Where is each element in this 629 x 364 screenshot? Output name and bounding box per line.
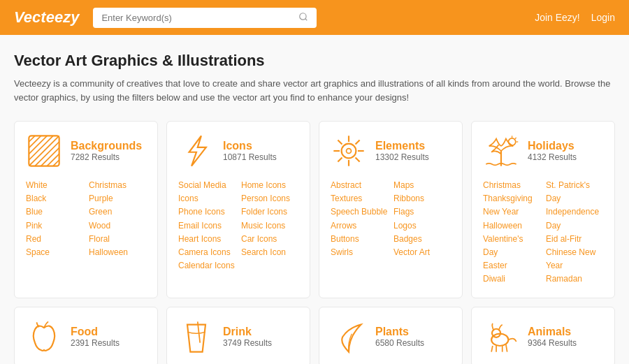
card-food: Food 2391 Results (14, 307, 158, 365)
holidays-col1: Christmas Thanksgiving New Year Hallowee… (483, 179, 540, 286)
card-plants: Plants 6580 Results (319, 307, 463, 365)
card-animals: Animals 9364 Results (471, 307, 615, 365)
bg-link-floral[interactable]: Floral (89, 234, 110, 244)
search-input[interactable] (101, 13, 294, 23)
card-icons: Icons 10871 Results Social Media Icons P… (166, 121, 310, 298)
el-link-vectorart[interactable]: Vector Art (393, 247, 430, 257)
bg-link-red[interactable]: Red (26, 234, 41, 244)
el-link-logos[interactable]: Logos (393, 221, 417, 231)
site-logo[interactable]: Vecteezy (14, 8, 79, 27)
plants-title: Plants (375, 326, 424, 338)
page-description: Vecteezy is a community of creatives tha… (14, 77, 615, 104)
card-elements: Elements 13302 Results Abstract Textures… (319, 121, 463, 298)
svg-line-3 (29, 136, 59, 166)
icon-link-heart[interactable]: Heart Icons (178, 234, 221, 244)
svg-point-13 (347, 149, 352, 154)
el-link-buttons[interactable]: Buttons (331, 234, 359, 244)
card-holidays: Holidays 4132 Results Christmas Thanksgi… (471, 121, 615, 298)
category-grid: Backgrounds 7282 Results White Black Blu… (14, 121, 615, 298)
animals-icon (483, 319, 519, 355)
hol-link-valentine[interactable]: Valentine's Day (483, 234, 523, 257)
el-link-swirls[interactable]: Swirls (331, 247, 353, 257)
icons-col2: Home Icons Person Icons Folder Icons Mus… (241, 179, 298, 272)
login-link[interactable]: Login (591, 12, 615, 23)
svg-line-4 (29, 136, 53, 160)
page-title: Vector Art Graphics & Illustrations (14, 52, 615, 70)
backgrounds-col1: White Black Blue Pink Red Space (26, 179, 83, 259)
icon-link-home[interactable]: Home Icons (241, 180, 286, 190)
hol-link-newyear[interactable]: New Year (483, 207, 519, 217)
bg-link-black[interactable]: Black (26, 194, 46, 203)
backgrounds-col2: Christmas Purple Green Wood Floral Hallo… (89, 179, 146, 259)
svg-point-23 (508, 138, 515, 145)
icon-link-person[interactable]: Person Icons (241, 194, 290, 203)
bottom-category-grid: Food 2391 Results Drink 3749 Results (14, 307, 615, 365)
svg-line-6 (29, 136, 41, 147)
bg-link-space[interactable]: Space (26, 247, 50, 257)
holidays-links: Christmas Thanksgiving New Year Hallowee… (483, 179, 603, 286)
el-link-abstract[interactable]: Abstract (331, 180, 361, 190)
icon-link-calendar[interactable]: Calendar Icons (178, 261, 235, 270)
el-link-maps[interactable]: Maps (393, 180, 414, 190)
icon-link-music[interactable]: Music Icons (241, 221, 285, 231)
elements-col2: Maps Ribbons Flags Logos Badges Vector A… (393, 179, 451, 259)
hol-link-easter[interactable]: Easter (483, 261, 507, 270)
el-link-ribbons[interactable]: Ribbons (393, 194, 424, 203)
hol-link-eid[interactable]: Eid al-Fitr (546, 234, 581, 244)
icon-link-search[interactable]: Search Icon (241, 247, 286, 257)
card-header-backgrounds: Backgrounds 7282 Results (26, 133, 146, 169)
icon-link-folder[interactable]: Folder Icons (241, 207, 287, 217)
icons-col1: Social Media Icons Phone Icons Email Ico… (178, 179, 236, 272)
elements-icon (331, 133, 367, 169)
hol-link-christmas[interactable]: Christmas (483, 180, 521, 190)
hol-link-thanksgiving[interactable]: Thanksgiving (483, 194, 533, 203)
backgrounds-title: Backgrounds (71, 140, 142, 152)
holidays-title: Holidays (528, 140, 577, 152)
card-drink: Drink 3749 Results (166, 307, 310, 365)
bg-link-christmas[interactable]: Christmas (89, 180, 126, 190)
icon-link-camera[interactable]: Camera Icons (178, 247, 231, 257)
header-links: Join Eezy! Login (535, 12, 615, 23)
svg-line-18 (338, 140, 342, 144)
el-link-flags[interactable]: Flags (393, 207, 414, 217)
join-link[interactable]: Join Eezy! (535, 12, 580, 23)
search-bar (93, 8, 317, 28)
svg-line-8 (35, 142, 59, 166)
hol-link-chineseny[interactable]: Chinese New Year (546, 247, 595, 270)
icons-title: Icons (223, 140, 277, 152)
elements-title: Elements (375, 140, 429, 152)
icon-link-email[interactable]: Email Icons (178, 221, 222, 231)
holidays-col2: St. Patrick's Day Independence Day Eid a… (546, 179, 603, 286)
card-backgrounds: Backgrounds 7282 Results White Black Blu… (14, 121, 158, 298)
icon-link-phone[interactable]: Phone Icons (178, 207, 225, 217)
el-link-speech[interactable]: Speech Bubble (331, 207, 387, 217)
drink-icon (178, 319, 215, 355)
bg-link-wood[interactable]: Wood (89, 221, 110, 231)
icons-results: 10871 Results (223, 152, 277, 162)
drink-title: Drink (223, 326, 272, 338)
icon-link-car[interactable]: Car Icons (241, 234, 277, 244)
elements-results: 13302 Results (375, 152, 429, 162)
food-title: Food (71, 326, 120, 338)
bg-link-purple[interactable]: Purple (89, 194, 113, 203)
hol-link-halloween[interactable]: Halloween (483, 221, 522, 231)
bg-link-halloween[interactable]: Halloween (89, 247, 128, 257)
el-link-arrows[interactable]: Arrows (331, 221, 356, 231)
hol-link-diwali[interactable]: Diwali (483, 274, 505, 284)
icon-link-social[interactable]: Social Media Icons (178, 180, 226, 203)
animals-results: 9364 Results (528, 338, 577, 348)
hol-link-stpatrick[interactable]: St. Patrick's Day (546, 180, 590, 203)
bg-link-green[interactable]: Green (89, 207, 112, 217)
el-link-badges[interactable]: Badges (393, 234, 422, 244)
search-icon (298, 12, 308, 24)
hol-link-independence[interactable]: Independence Day (546, 207, 599, 230)
elements-links: Abstract Textures Speech Bubble Arrows B… (331, 179, 451, 259)
hol-link-ramadan[interactable]: Ramadan (546, 274, 582, 284)
bg-link-white[interactable]: White (26, 180, 48, 190)
bg-link-pink[interactable]: Pink (26, 221, 42, 231)
el-link-textures[interactable]: Textures (331, 194, 362, 203)
food-icon (26, 319, 62, 355)
icons-icon (178, 133, 215, 169)
backgrounds-results: 7282 Results (71, 152, 142, 162)
bg-link-blue[interactable]: Blue (26, 207, 43, 217)
